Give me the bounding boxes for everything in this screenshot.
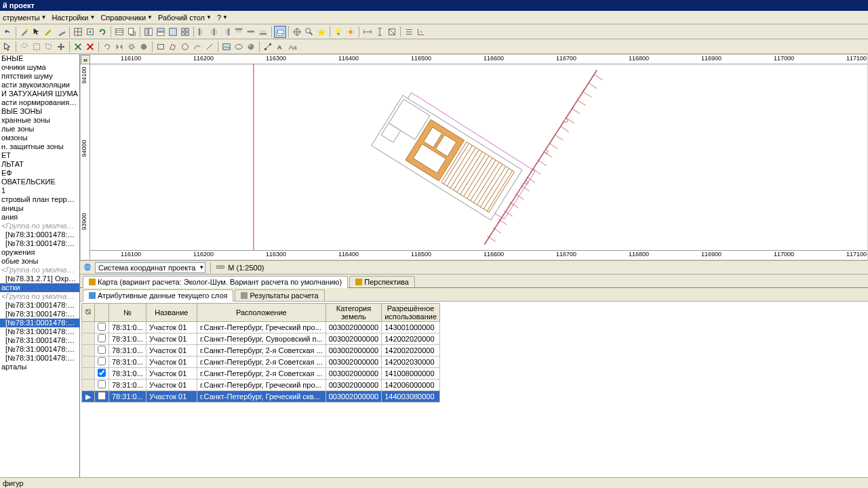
tool-draw-circle[interactable]: [179, 41, 191, 53]
tool-refresh[interactable]: [96, 26, 108, 38]
layer-item[interactable]: пятствия шуму: [0, 72, 79, 81]
tool-ball[interactable]: [245, 41, 257, 53]
layer-item[interactable]: <Группа по умолчанию>: [0, 222, 79, 230]
row-checkbox[interactable]: [98, 357, 106, 365]
tool-target[interactable]: [291, 26, 303, 38]
tool-align6[interactable]: [257, 26, 269, 38]
table-row[interactable]: 78:31:0...Участок 01г.Санкт-Петербург, Г…: [82, 380, 440, 391]
tool-light[interactable]: [332, 26, 344, 38]
layer-item[interactable]: асти нормирования шума: [0, 98, 79, 107]
layer-item[interactable]: хранные зоны: [0, 116, 79, 125]
tool-win1[interactable]: [142, 26, 155, 38]
layer-item[interactable]: лые зоны: [0, 125, 79, 134]
tool-draw-rect[interactable]: [155, 41, 167, 53]
menu-item[interactable]: ? ▼: [214, 12, 231, 23]
attribute-table[interactable]: №НазваниеРасположениеКатегория земельРаз…: [81, 303, 440, 403]
tool-font[interactable]: Aa: [286, 41, 298, 53]
layer-item[interactable]: оружения: [0, 248, 79, 257]
layer-item[interactable]: очники шума: [0, 63, 79, 72]
layer-item[interactable]: омзоны: [0, 134, 79, 142]
layer-item[interactable]: <Группа по умолчанию>: [0, 292, 79, 301]
tool-node[interactable]: [262, 41, 274, 53]
tool-lasso[interactable]: [18, 41, 31, 53]
table-row[interactable]: ▶78:31:0...Участок 01г.Санкт-Петербург, …: [82, 391, 440, 403]
layer-item[interactable]: [№78:31:0001478:1004...: [0, 239, 79, 248]
tool-poly-select[interactable]: [43, 41, 55, 53]
menu-item[interactable]: Справочники ▼: [98, 12, 155, 23]
tool-win2[interactable]: [155, 26, 167, 38]
layer-item[interactable]: [№78.31.2.71] Охранна...: [0, 274, 79, 283]
row-checkbox[interactable]: [98, 323, 106, 331]
tool-oval[interactable]: [233, 41, 245, 53]
tab[interactable]: Атрибутивные данные текущего слоя: [83, 289, 233, 302]
menu-item[interactable]: Рабочий стол ▼: [155, 12, 214, 23]
layer-item[interactable]: обые зоны: [0, 257, 79, 266]
layer-item[interactable]: н. защитные зоны: [0, 142, 79, 151]
layer-item[interactable]: [№78:31:0001478:8] У...: [0, 327, 79, 336]
tool-del-green[interactable]: [72, 41, 84, 53]
tool-move[interactable]: [55, 41, 67, 53]
layer-item[interactable]: ания: [0, 213, 79, 222]
tab[interactable]: Перспектива: [349, 276, 415, 287]
tool-del-red[interactable]: [84, 41, 96, 53]
tool-draw-arc[interactable]: [191, 41, 203, 53]
tool-grid[interactable]: [72, 26, 84, 38]
tool-sun[interactable]: [344, 26, 357, 38]
tool-zoom[interactable]: [303, 26, 315, 38]
row-checkbox[interactable]: [98, 369, 106, 377]
tool-table[interactable]: [113, 26, 125, 38]
row-checkbox[interactable]: [98, 392, 106, 400]
tool-gear[interactable]: [125, 41, 138, 53]
table-row[interactable]: 78:31:0...Участок 01г.Санкт-Петербург, Г…: [82, 322, 440, 333]
row-checkbox[interactable]: [98, 346, 106, 354]
tool-undo[interactable]: [1, 26, 14, 38]
tool-dim3[interactable]: [386, 26, 398, 38]
row-checkbox[interactable]: [98, 380, 106, 388]
layer-item[interactable]: астки: [0, 283, 79, 292]
tool-layers[interactable]: [274, 26, 286, 38]
layer-item[interactable]: [№78:31:0001478:1011...: [0, 230, 79, 239]
tool-draw-poly[interactable]: [167, 41, 179, 53]
tool-rect-select[interactable]: [31, 41, 43, 53]
layer-item[interactable]: И ЗАТУХАНИЯ ШУМА: [0, 89, 79, 98]
layer-item[interactable]: [№78:31:0001478:1080...: [0, 301, 79, 310]
layer-item[interactable]: стровый план территори...: [0, 195, 79, 204]
layer-item[interactable]: БНЫЕ: [0, 54, 79, 63]
layer-item[interactable]: ЕТ: [0, 151, 79, 160]
layer-item[interactable]: асти звукоизоляции: [0, 81, 79, 89]
layer-item[interactable]: ЕФ: [0, 169, 79, 178]
map-viewport[interactable]: м 941009400093900 1161001162001163001164…: [80, 54, 868, 260]
tool-star[interactable]: [315, 26, 328, 38]
layer-item[interactable]: ВЫЕ ЗОНЫ: [0, 107, 79, 116]
tool-select[interactable]: [1, 41, 14, 53]
layer-item[interactable]: <Группа по умолчанию>: [0, 266, 79, 274]
menu-item[interactable]: струменты ▼: [0, 12, 50, 23]
tool-pointer[interactable]: [31, 26, 43, 38]
menu-item[interactable]: Настройки ▼: [50, 12, 98, 23]
layer-item[interactable]: 1: [0, 186, 79, 195]
tool-align5[interactable]: [245, 26, 257, 38]
tool-flip[interactable]: [113, 41, 125, 53]
tool-wand[interactable]: [18, 26, 31, 38]
tool-align3[interactable]: [220, 26, 233, 38]
tab[interactable]: Карта (вариант расчета: Эколог-Шум. Вари…: [83, 276, 348, 288]
tool-edit[interactable]: [43, 26, 55, 38]
layer-item[interactable]: [№78:31:0001478:7] У...: [0, 336, 79, 345]
tool-snap[interactable]: [84, 26, 96, 38]
tool-export[interactable]: [125, 26, 138, 38]
layer-item[interactable]: [№78:31:0001478:3] У...: [0, 345, 79, 354]
tool-align2[interactable]: [208, 26, 220, 38]
tool-dim2[interactable]: [374, 26, 386, 38]
tool-align1[interactable]: [196, 26, 208, 38]
row-checkbox[interactable]: [98, 334, 106, 342]
layer-item[interactable]: аницы: [0, 204, 79, 213]
layer-item[interactable]: [№78:31:0001478:2] У...: [0, 354, 79, 363]
layer-item[interactable]: арталы: [0, 363, 79, 371]
map-canvas[interactable]: [90, 64, 867, 250]
layer-item[interactable]: [№78:31:0001478:10] У...: [0, 310, 79, 319]
table-row[interactable]: 78:31:0...Участок 01г.Санкт-Петербург, С…: [82, 333, 440, 345]
tool-win3[interactable]: [167, 26, 179, 38]
tool-image[interactable]: [220, 41, 233, 53]
tool-rotate[interactable]: [101, 41, 113, 53]
tab[interactable]: Результаты расчета: [235, 289, 324, 301]
